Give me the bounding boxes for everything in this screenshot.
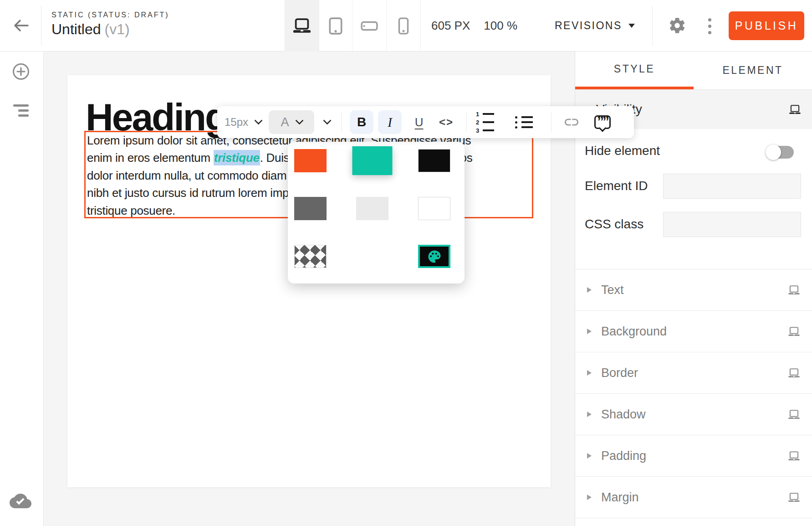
swatch-orange[interactable] xyxy=(294,149,327,172)
chevron-right-icon xyxy=(587,453,592,459)
chevron-right-icon xyxy=(587,495,592,500)
divider xyxy=(41,5,41,46)
arrow-left-icon xyxy=(12,18,30,33)
text-color-label: A xyxy=(281,115,289,129)
canvas-dimensions: 605 PX 100 % xyxy=(431,0,517,52)
bullet-list-button[interactable] xyxy=(515,116,533,129)
css-class-label: CSS class xyxy=(585,217,643,232)
device-mobile-landscape-button[interactable] xyxy=(352,0,386,52)
section-row-shadow[interactable]: Shadow xyxy=(575,393,812,435)
swatch-custom-color[interactable] xyxy=(418,245,450,268)
color-swatch-grid xyxy=(288,142,465,284)
device-mobile-portrait-button[interactable] xyxy=(386,0,420,52)
palette-icon xyxy=(426,248,443,265)
panel-tabs: STYLE ELEMENT xyxy=(575,52,812,90)
canvas-zoom-value: 100 % xyxy=(484,19,517,33)
publish-button[interactable]: PUBLISH xyxy=(729,11,804,40)
chevron-right-icon xyxy=(587,287,592,293)
more-format-dropdown[interactable] xyxy=(323,116,331,124)
autosave-status xyxy=(10,490,31,508)
chevron-right-icon xyxy=(587,412,592,417)
element-id-label: Element ID xyxy=(585,179,648,193)
tab-element[interactable]: ELEMENT xyxy=(694,52,812,89)
bold-button[interactable]: B xyxy=(350,110,373,134)
phone-landscape-icon xyxy=(361,21,378,31)
divider xyxy=(652,5,653,46)
canvas-width-value: 605 PX xyxy=(431,19,470,33)
section-row-padding[interactable]: Padding xyxy=(575,435,812,476)
divider xyxy=(341,112,342,132)
laptop-icon xyxy=(788,410,800,419)
section-row-background[interactable]: Background xyxy=(575,310,812,352)
divider xyxy=(466,112,467,132)
section-row-margin[interactable]: Margin xyxy=(575,476,812,518)
laptop-icon xyxy=(788,285,800,295)
caret-down-icon xyxy=(628,24,635,28)
laptop-icon xyxy=(788,493,800,502)
chevron-right-icon xyxy=(587,329,592,334)
chevron-right-icon xyxy=(587,370,592,376)
element-id-input[interactable] xyxy=(663,174,801,199)
device-tablet-button[interactable] xyxy=(319,0,352,52)
text-color-dropdown[interactable]: A xyxy=(269,110,314,134)
highlighted-word: tristique xyxy=(214,151,260,165)
page-builder-app: STATIC (STATUS: DRAFT) Untitled(v1) xyxy=(0,0,812,526)
page-title-text: Untitled xyxy=(51,21,101,37)
cloud-check-icon xyxy=(10,490,31,508)
page-title: Untitled(v1) xyxy=(51,21,130,38)
back-button[interactable] xyxy=(11,16,31,35)
divider xyxy=(420,0,421,52)
top-bar: STATIC (STATUS: DRAFT) Untitled(v1) xyxy=(0,0,812,52)
link-button[interactable] xyxy=(563,114,580,130)
text-format-toolbar: 15px A B I U <> 1 2 3 ”” xyxy=(217,106,634,138)
swatch-pattern-checker[interactable] xyxy=(294,245,327,268)
laptop-icon xyxy=(292,18,312,33)
plus-circle-icon xyxy=(12,62,30,81)
selected-text-highlight: tristique xyxy=(214,150,260,165)
revisions-dropdown[interactable]: REVISIONS xyxy=(555,0,635,52)
page-status: STATIC (STATUS: DRAFT) xyxy=(51,11,169,19)
laptop-icon xyxy=(788,451,800,461)
laptop-icon xyxy=(788,327,800,336)
quote-icon: ”” xyxy=(597,117,608,126)
swatch-light-gray[interactable] xyxy=(356,197,388,220)
page-version: (v1) xyxy=(105,21,130,37)
chevron-down-icon xyxy=(295,116,303,124)
section-row-text[interactable]: Text xyxy=(575,269,812,310)
divider xyxy=(551,112,552,132)
laptop-icon xyxy=(788,368,800,378)
more-options-button[interactable] xyxy=(703,14,716,38)
tablet-icon xyxy=(329,17,342,35)
layers-icon xyxy=(13,104,29,107)
hide-element-label: Hide element xyxy=(585,144,660,158)
style-sections: Text Background Border Shadow Padding xyxy=(575,269,812,518)
device-desktop-button[interactable] xyxy=(285,0,319,52)
underline-button[interactable]: U xyxy=(411,110,427,134)
hide-element-toggle[interactable] xyxy=(766,144,794,160)
laptop-icon xyxy=(789,105,801,114)
swatch-teal[interactable] xyxy=(352,146,392,175)
blockquote-button[interactable]: ”” xyxy=(594,115,611,129)
italic-button[interactable]: I xyxy=(378,110,402,134)
kebab-icon xyxy=(708,18,711,21)
swatch-white[interactable] xyxy=(418,197,450,220)
phone-portrait-icon xyxy=(398,17,409,35)
code-button[interactable]: <> xyxy=(435,110,457,134)
swatch-black[interactable] xyxy=(418,149,450,172)
swatch-dark-gray[interactable] xyxy=(294,197,327,220)
left-toolbar xyxy=(0,52,44,526)
section-row-border[interactable]: Border xyxy=(575,352,812,393)
settings-button[interactable] xyxy=(667,15,687,36)
chevron-down-icon xyxy=(254,116,262,124)
add-element-button[interactable] xyxy=(12,62,30,81)
font-size-dropdown[interactable]: 15px xyxy=(225,116,261,129)
device-scope-indicator xyxy=(789,105,801,114)
gear-icon xyxy=(668,16,686,35)
revisions-label: REVISIONS xyxy=(555,20,622,32)
css-class-input[interactable] xyxy=(663,212,801,237)
page-structure-button[interactable] xyxy=(13,104,29,117)
ordered-list-button[interactable]: 1 2 3 xyxy=(476,111,494,134)
link-icon xyxy=(563,114,580,130)
tab-style[interactable]: STYLE xyxy=(575,52,694,89)
font-size-value: 15px xyxy=(225,116,248,129)
